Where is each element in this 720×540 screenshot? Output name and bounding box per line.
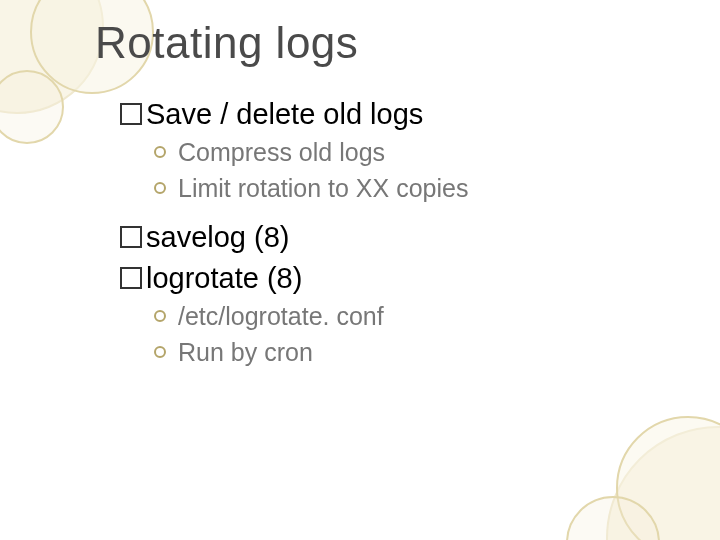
bullet-level2: /etc/logrotate. conf xyxy=(154,300,680,334)
bullet-text: (8) xyxy=(246,221,290,253)
bullet-text: (8) xyxy=(259,262,303,294)
square-bullet-icon xyxy=(120,103,142,125)
bullet-level1: logrotate (8) xyxy=(120,259,680,298)
ring-bullet-icon xyxy=(154,346,166,358)
bullet-level1: savelog (8) xyxy=(120,218,680,257)
bullet-text: Compress old logs xyxy=(178,138,385,166)
bullet-text: / delete old logs xyxy=(212,98,423,130)
ring-bullet-icon xyxy=(154,146,166,158)
bullet-text: Limit rotation to XX copies xyxy=(178,174,468,202)
bullet-text-bold: logrotate xyxy=(146,262,259,294)
bullet-level2: Limit rotation to XX copies xyxy=(154,172,680,206)
bullet-text: Run by cron xyxy=(178,338,313,366)
bullet-level2: Compress old logs xyxy=(154,136,680,170)
square-bullet-icon xyxy=(120,267,142,289)
ring-bullet-icon xyxy=(154,310,166,322)
bullet-text-bold: savelog xyxy=(146,221,246,253)
bullet-level1: Save / delete old logs xyxy=(120,95,680,134)
slide-title: Rotating logs xyxy=(95,18,358,68)
bullet-text-bold: Save xyxy=(146,98,212,130)
slide-content: Save / delete old logs Compress old logs… xyxy=(120,95,680,371)
bullet-text: /etc/logrotate. conf xyxy=(178,302,384,330)
ring-bullet-icon xyxy=(154,182,166,194)
square-bullet-icon xyxy=(120,226,142,248)
bullet-level2: Run by cron xyxy=(154,336,680,370)
slide: Rotating logs Save / delete old logs Com… xyxy=(0,0,720,540)
spacer xyxy=(120,208,680,218)
